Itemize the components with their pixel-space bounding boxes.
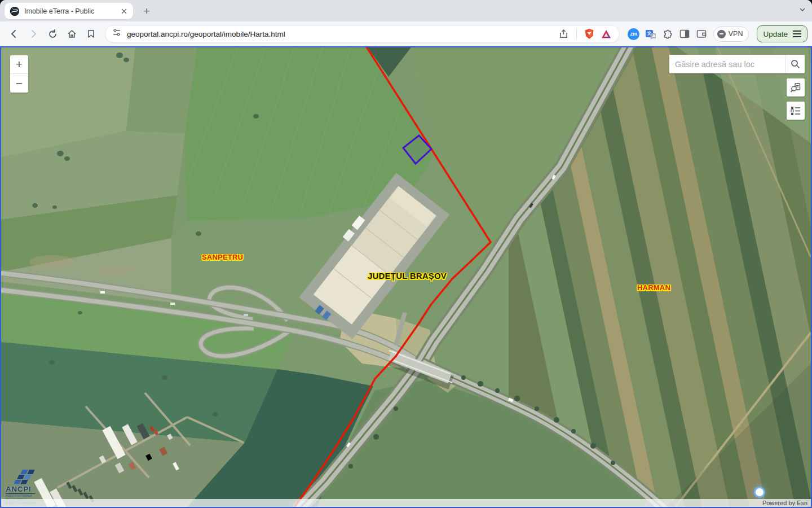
vpn-status-icon xyxy=(717,30,726,38)
brave-rewards-triangle-icon[interactable] xyxy=(599,27,614,41)
identify-parcel-button[interactable] xyxy=(787,78,805,97)
place-label-sanpetru: SANPETRU xyxy=(202,253,243,261)
legend-layers-button[interactable] xyxy=(787,102,805,120)
ancpi-title: ANCPI xyxy=(6,485,35,494)
divider xyxy=(576,29,577,39)
tab-title: Imobile eTerra - Public xyxy=(24,7,120,15)
brave-shield-icon[interactable] xyxy=(582,27,597,41)
zoom-out-button[interactable]: − xyxy=(10,74,28,93)
tab-close-icon[interactable] xyxy=(120,7,129,16)
browser-window: Imobile eTerra - Public + xyxy=(0,0,812,508)
search-input[interactable] xyxy=(669,55,785,73)
bookmark-button[interactable] xyxy=(83,26,99,42)
extensions-puzzle-icon[interactable] xyxy=(660,27,675,41)
forward-button[interactable] xyxy=(25,26,41,42)
zoom-in-button[interactable]: + xyxy=(10,55,28,74)
globe-favicon-icon xyxy=(10,7,19,16)
ancpi-subtitle-line1: AGENȚIA NAȚIONALĂ xyxy=(6,494,50,498)
url-text[interactable]: geoportal.ancpi.ro/geoportal/imobile/Har… xyxy=(127,30,555,38)
selected-parcel-polygon[interactable] xyxy=(403,135,431,164)
location-marker-dot[interactable] xyxy=(756,488,764,496)
zoom-extension-icon[interactable]: zm xyxy=(626,27,641,41)
sidebar-toggle-icon[interactable] xyxy=(677,27,692,41)
ancpi-flag-icon xyxy=(14,470,38,484)
home-button[interactable] xyxy=(64,26,80,42)
map-attribution: Powered by Esri xyxy=(1,499,811,507)
site-settings-icon[interactable] xyxy=(112,28,121,40)
browser-tab[interactable]: Imobile eTerra - Public xyxy=(5,3,133,19)
tab-strip: Imobile eTerra - Public + xyxy=(0,0,812,21)
map-search-box xyxy=(669,55,805,73)
reload-button[interactable] xyxy=(45,26,60,42)
tab-search-chevron-icon[interactable] xyxy=(798,6,806,16)
search-icon[interactable] xyxy=(786,55,805,73)
vpn-button[interactable]: VPN xyxy=(713,27,749,42)
menu-hamburger-icon xyxy=(793,30,801,37)
address-bar[interactable]: geoportal.ancpi.ro/geoportal/imobile/Har… xyxy=(105,25,620,43)
wallet-icon[interactable] xyxy=(694,27,709,41)
identify-document-magnifier-icon xyxy=(790,82,801,93)
update-menu-button[interactable]: Update xyxy=(757,25,807,42)
back-button[interactable] xyxy=(6,26,22,42)
share-icon[interactable] xyxy=(557,27,571,41)
zoom-control: + − xyxy=(10,55,28,93)
translate-extension-icon[interactable] xyxy=(643,27,658,41)
place-label-judetul-brasov: JUDEȚUL BRAȘOV xyxy=(368,271,447,281)
legend-list-icon xyxy=(790,106,801,116)
place-label-harman: HARMAN xyxy=(637,283,670,292)
new-tab-button[interactable]: + xyxy=(139,4,154,19)
browser-toolbar: geoportal.ancpi.ro/geoportal/imobile/Har… xyxy=(0,21,812,46)
map-canvas[interactable]: SANPETRU JUDEȚUL BRAȘOV HARMAN + − xyxy=(0,46,812,508)
